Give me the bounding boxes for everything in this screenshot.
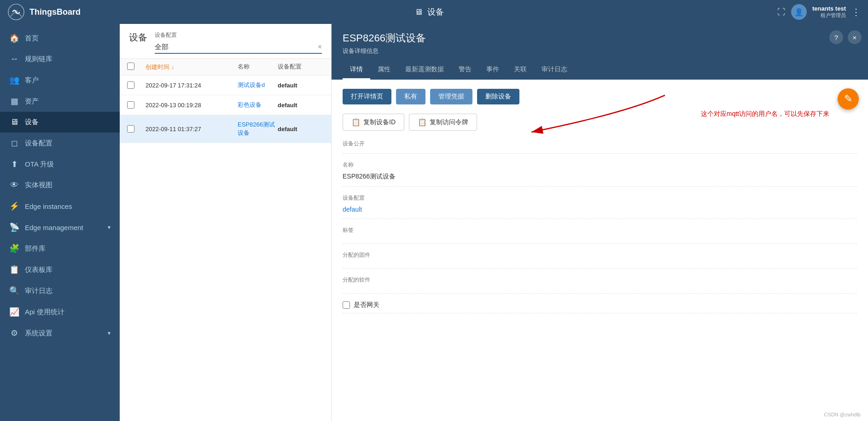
edge-management-chevron: ▾ [108, 224, 111, 231]
sidebar-item-label: 设备 [25, 118, 39, 127]
edge-instances-icon: ⚡ [9, 201, 19, 211]
detail-tabs: 详情 属性 最新遥测数据 警告 事件 关联 审计日志 [343, 61, 857, 80]
tab-details[interactable]: 详情 [343, 61, 370, 80]
sidebar: 🏠 首页 ↔ 规则链库 👥 客户 ▦ 资产 🖥 设备 ◻ 设备配置 ⬆ OTA … [0, 24, 120, 421]
sidebar-item-label: 规则链库 [25, 55, 52, 63]
sidebar-item-api-usage[interactable]: 📈 Api 使用统计 [0, 301, 120, 323]
sidebar-item-edge-management[interactable]: 📡 Edge management ▾ [0, 217, 120, 238]
tab-telemetry[interactable]: 最新遥测数据 [398, 61, 451, 80]
sidebar-item-assets[interactable]: ▦ 资产 [0, 91, 120, 112]
manage-credentials-button[interactable]: 管理凭据 [430, 89, 472, 104]
action-buttons-row1: 打开详情页 私有 管理凭据 删除设备 [343, 89, 857, 104]
field-profile: 设备配置 default [343, 194, 857, 219]
cell-profile-1: default [278, 82, 324, 89]
device-list-panel: 设备 设备配置 × 创建时间 ↓ [120, 24, 332, 421]
column-header-checkbox [127, 63, 146, 71]
filter-clear-button[interactable]: × [318, 43, 322, 51]
private-button[interactable]: 私有 [396, 89, 425, 104]
row-checkbox-1[interactable] [127, 81, 134, 89]
gateway-label: 是否网关 [354, 301, 379, 309]
sidebar-item-label: 部件库 [25, 244, 46, 253]
tab-audit-log[interactable]: 审计日志 [534, 61, 575, 80]
sidebar-item-device-profiles[interactable]: ◻ 设备配置 [0, 133, 120, 154]
field-public: 设备公开 [343, 140, 857, 154]
user-name: tenants test [812, 5, 846, 12]
header-right: ⛶ 👤 tenants test 租户管理员 ⋮ [777, 4, 861, 20]
logo-area: ThingsBoard [7, 3, 81, 21]
sidebar-item-home[interactable]: 🏠 首页 [0, 28, 120, 49]
sidebar-item-rule-chain[interactable]: ↔ 规则链库 [0, 49, 120, 69]
sidebar-item-label: Api 使用统计 [25, 308, 64, 317]
copy-access-token-button[interactable]: 📋 复制访问令牌 [409, 114, 477, 131]
sidebar-item-label: Edge management [25, 224, 83, 231]
close-button[interactable]: × [848, 30, 862, 44]
detail-body: 打开详情页 私有 管理凭据 删除设备 📋 复制设备ID 📋 复制访问 [332, 80, 868, 421]
delete-device-button[interactable]: 删除设备 [477, 89, 519, 104]
table-row[interactable]: 2022-09-17 17:31:24 测试设备d default [120, 75, 331, 95]
table-row[interactable]: 2022-09-13 00:19:28 彩色设备 default [120, 95, 331, 115]
field-toggle-gateway: 是否网关 [343, 301, 857, 309]
field-label-name: 名称 [343, 161, 857, 169]
audit-icon: 🔍 [9, 286, 19, 296]
sidebar-item-entity-view[interactable]: 👁 实体视图 [0, 175, 120, 196]
sidebar-item-customers[interactable]: 👥 客户 [0, 69, 120, 91]
header-menu-button[interactable]: ⋮ [851, 6, 861, 17]
sidebar-item-label: 审计日志 [25, 287, 52, 295]
sidebar-item-label: 设备配置 [25, 139, 52, 148]
field-tags: 标签 [343, 226, 857, 244]
field-label-tags: 标签 [343, 226, 857, 234]
open-details-button[interactable]: 打开详情页 [343, 89, 391, 104]
sidebar-item-label: 首页 [25, 34, 39, 43]
detail-panel: ESP8266测试设备 设备详细信息 详情 属性 最新遥测数据 警告 事件 关联… [332, 24, 868, 421]
help-button[interactable]: ? [829, 30, 843, 44]
tab-relations[interactable]: 关联 [507, 61, 534, 80]
cell-profile-2: default [278, 102, 324, 109]
sidebar-item-edge-instances[interactable]: ⚡ Edge instances [0, 196, 120, 217]
select-all-checkbox[interactable] [127, 63, 134, 70]
ota-icon: ⬆ [9, 159, 19, 169]
field-value-profile[interactable]: default [343, 204, 857, 215]
edit-fab-button[interactable]: ✎ [838, 88, 859, 110]
sidebar-item-widgets[interactable]: 🧩 部件库 [0, 238, 120, 259]
detail-subtitle: 设备详细信息 [343, 47, 857, 55]
sidebar-item-label: OTA 升级 [25, 160, 54, 169]
home-icon: 🏠 [9, 33, 19, 43]
column-header-name: 名称 [238, 63, 278, 71]
filter-input[interactable] [155, 43, 314, 51]
assets-icon: ▦ [9, 96, 19, 106]
sort-icon: ↓ [171, 63, 175, 70]
api-usage-icon: 📈 [9, 307, 19, 317]
sidebar-item-dashboards[interactable]: 📋 仪表板库 [0, 259, 120, 280]
tab-attributes[interactable]: 属性 [370, 61, 398, 80]
main-layout: 🏠 首页 ↔ 规则链库 👥 客户 ▦ 资产 🖥 设备 ◻ 设备配置 ⬆ OTA … [0, 24, 868, 421]
row-checkbox-3[interactable] [127, 125, 134, 133]
tab-events[interactable]: 事件 [479, 61, 507, 80]
sidebar-item-system-settings[interactable]: ⚙ 系统设置 ▾ [0, 323, 120, 344]
devices-icon: 🖥 [9, 117, 19, 127]
sidebar-item-devices[interactable]: 🖥 设备 [0, 112, 120, 133]
row-checkbox-cell [127, 125, 146, 133]
cell-name-3[interactable]: ESP8266测试设备 [238, 121, 278, 137]
cell-created-time-2: 2022-09-13 00:19:28 [146, 102, 238, 109]
logo-text: ThingsBoard [29, 7, 81, 17]
panel-header: 设备 设备配置 × [120, 24, 331, 59]
copy-device-id-button[interactable]: 📋 复制设备ID [343, 114, 404, 131]
detail-header: ESP8266测试设备 设备详细信息 详情 属性 最新遥测数据 警告 事件 关联… [332, 24, 868, 80]
avatar[interactable]: 👤 [791, 4, 807, 20]
cell-created-time-1: 2022-09-17 17:31:24 [146, 82, 238, 89]
fullscreen-button[interactable]: ⛶ [777, 7, 786, 17]
column-header-created-time[interactable]: 创建时间 ↓ [146, 63, 238, 71]
field-value-firmware [343, 261, 857, 265]
row-checkbox-2[interactable] [127, 101, 134, 109]
rule-chain-icon: ↔ [9, 54, 19, 64]
gateway-checkbox[interactable] [343, 301, 350, 309]
cell-name-2[interactable]: 彩色设备 [238, 101, 278, 109]
sidebar-item-audit[interactable]: 🔍 审计日志 [0, 280, 120, 301]
sidebar-item-ota[interactable]: ⬆ OTA 升级 [0, 154, 120, 175]
cell-name-1[interactable]: 测试设备d [238, 81, 278, 89]
copy-device-id-label: 复制设备ID [363, 118, 396, 127]
table-row[interactable]: 2022-09-11 01:37:27 ESP8266测试设备 default [120, 115, 331, 143]
page-icon: 🖥 [414, 7, 423, 17]
tab-alarms[interactable]: 警告 [451, 61, 479, 80]
filter-input-wrapper: × [155, 41, 322, 54]
